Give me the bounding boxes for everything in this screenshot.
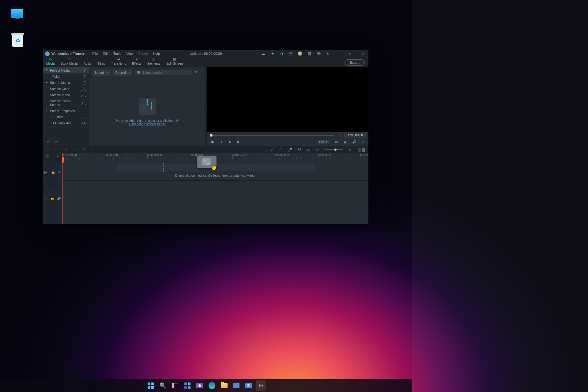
voiceover-button[interactable]: 🎤 [288,148,292,152]
search-input[interactable] [142,71,190,74]
import-link[interactable]: Click here to import media. [129,123,166,126]
file-explorer-button[interactable] [219,380,229,391]
zoom-in-button[interactable]: ⊕ [348,148,351,152]
video-track[interactable]: ✊ Drag and drop media and effects here t… [62,159,368,181]
display-icon[interactable]: ▭ [335,140,338,144]
snapshot-icon[interactable]: ◉ [344,140,347,144]
playhead[interactable] [62,153,62,224]
fullscreen-icon[interactable]: ⤢ [362,140,365,144]
cart-icon[interactable]: 🛒 [289,51,293,56]
menu-file[interactable]: File [90,52,100,55]
redo-button[interactable]: ↷ [55,148,58,152]
visibility-icon[interactable]: 👁 [58,171,61,174]
video-track-header[interactable]: ▶1 🔓 👁 [43,159,62,185]
grid-view-icon[interactable]: ⸬ [200,70,202,75]
tree-item-folder[interactable]: Folder(0) [43,74,89,80]
tree-item-shared-media[interactable]: ▶Shared Media(0) [43,80,89,86]
search-button[interactable]: 🔍 [158,380,168,391]
tab-effects[interactable]: ✦Effects [129,57,144,67]
audio-track-header[interactable]: ♪1 🔓 🔊 [43,185,62,211]
media-drop-zone[interactable]: Drop your video clips, images, or audio … [89,78,205,146]
save-icon[interactable]: ▦ [307,51,311,56]
link-toggle-icon[interactable]: ⫘ [56,154,59,158]
mixer-button[interactable]: ☷ [298,148,301,152]
tab-transitions[interactable]: ⇄Transitions [108,57,129,67]
open-folder-icon[interactable]: 🗁 [55,140,58,144]
tree-item-sample-green-screen[interactable]: Sample Green Screen(10) [43,98,89,108]
settings-button[interactable]: ⚙ [256,380,266,391]
lock-icon[interactable]: 🔓 [51,171,55,174]
recycle-bin-icon: ♻ [12,35,23,47]
tab-stock-media[interactable]: 🗃Stock Media [58,57,81,67]
start-button[interactable] [145,380,156,391]
edge-button[interactable] [207,380,217,391]
tree-item-sample-color[interactable]: Sample Color(25) [43,86,89,92]
tab-elements[interactable]: ◇Elements [144,57,163,67]
new-folder-icon[interactable]: 🗀 [47,140,51,144]
mute-icon[interactable]: 🔊 [57,197,61,200]
menu-view[interactable]: View [124,52,136,55]
tab-split-screen[interactable]: ▦Split Screen [163,57,186,67]
preview-canvas[interactable] [207,67,368,132]
star-icon[interactable]: ✦ [270,51,275,56]
zoom-slider[interactable] [324,149,343,150]
user-avatar[interactable] [298,51,302,56]
play-pause-button[interactable]: ⏵ [220,140,223,144]
extra-track[interactable] [62,199,368,211]
messages-icon[interactable]: ✉ [316,51,321,56]
minimize-button[interactable]: ― [335,51,342,56]
mark-in-button[interactable]: { [337,133,338,137]
crop-button[interactable]: ☲ [82,148,85,152]
headphones-icon[interactable]: ◑ [280,51,284,56]
scrub-slider[interactable] [210,135,334,136]
mark-out-button[interactable]: } [340,133,341,137]
tab-media[interactable]: 🗀Media [43,57,58,67]
marker-button[interactable]: ⬡ [279,148,282,152]
cloud-icon[interactable]: ☁ [261,51,266,56]
menu-help[interactable]: Help [150,52,162,55]
prev-frame-button[interactable]: ⏮ [211,140,214,144]
import-button[interactable]: Import▾ [92,70,111,76]
render-preview-button[interactable]: ⊙ [271,148,274,152]
delete-button[interactable]: 🗑 [64,148,68,152]
tab-audio[interactable]: ♪Audio [81,57,95,67]
store-button[interactable] [231,380,242,391]
zoom-out-button[interactable]: ⊖ [316,148,319,152]
import-icon [139,98,156,115]
tree-item-all-templates[interactable]: All Templates(24) [43,120,89,126]
menu-export: Export [136,52,151,55]
filter-icon[interactable]: ⧩ [194,70,198,75]
volume-icon[interactable]: 🔊 [352,140,356,144]
manage-tracks-icon[interactable]: ◫ [46,154,49,158]
task-view-button[interactable] [170,380,180,391]
desktop-icon-recycle-bin[interactable]: ♻ [10,35,25,47]
profile-icon[interactable]: ♙ [326,51,330,56]
search-box[interactable]: 🔍 [135,70,192,75]
audio-adjust-button[interactable]: ⫴ [91,148,92,152]
tree-item-custom[interactable]: Custom(0) [43,114,89,120]
quality-selector[interactable]: Full▾ [317,140,330,144]
next-frame-button[interactable]: ▶ [229,140,231,144]
stop-button[interactable]: ■ [237,140,239,144]
tree-item-sample-video[interactable]: Sample Video(20) [43,92,89,98]
desktop-icon-this-pc[interactable] [9,9,25,18]
close-button[interactable]: ✕ [359,51,367,56]
track-size-toggle[interactable] [358,148,365,152]
widgets-button[interactable] [182,380,193,391]
menu-tools[interactable]: Tools [111,52,124,55]
mail-button[interactable]: ✉ [243,380,254,391]
maximize-button[interactable]: ▢ [347,51,354,56]
menu-edit[interactable]: Edit [100,52,111,55]
undo-button[interactable]: ↶ [47,148,50,152]
export-button[interactable]: Export [345,59,365,66]
audio-track-icon: ♪1 [45,197,48,200]
aspect-ratio-button[interactable]: ▭ [307,148,310,152]
lock-icon[interactable]: 🔓 [51,197,54,200]
record-button[interactable]: Record▾ [113,70,132,76]
audio-track[interactable] [62,181,368,199]
tab-titles[interactable]: TTitles [95,57,108,67]
split-button[interactable]: ✂ [73,148,76,152]
chat-button[interactable] [194,380,205,391]
tree-item-preset-templates[interactable]: ▼Preset Templates [43,108,89,114]
tree-item-project-media[interactable]: ▼Project Media(0) [43,67,89,74]
